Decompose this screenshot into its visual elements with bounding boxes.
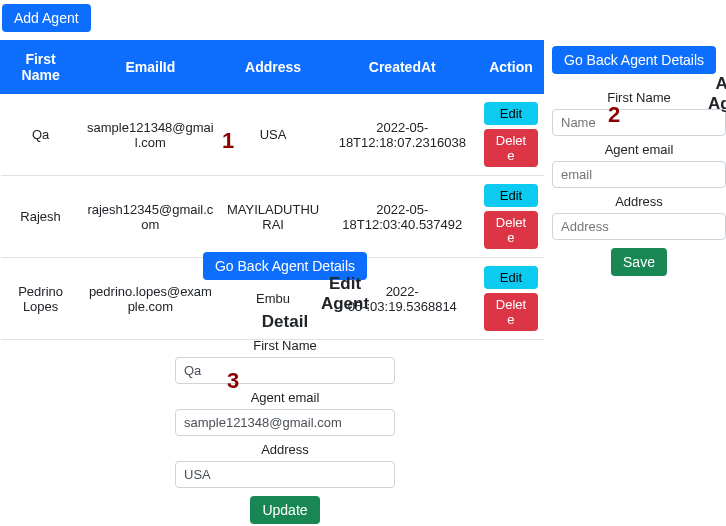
cell-action: EditDelete [478,176,543,258]
cell-created_at: 2022-05-18T12:18:07.2316038 [326,94,478,176]
edit-agent-panel: Go Back Agent Details Edit Agent Detail … [175,252,395,524]
add-address-label: Address [552,194,726,209]
cell-first_name: Qa [1,94,81,176]
update-button[interactable]: Update [250,496,319,524]
col-created-at: CreatedAt [326,41,478,94]
add-first-name-input[interactable] [552,109,726,136]
col-first-name: First Name [1,41,81,94]
edit-address-label: Address [175,442,395,457]
delete-button[interactable]: Delete [484,129,537,167]
delete-button[interactable]: Delete [484,293,537,331]
edit-email-label: Agent email [175,390,395,405]
delete-button[interactable]: Delete [484,211,537,249]
add-first-name-label: First Name [552,90,726,105]
edit-agent-title-a: Detail [175,312,395,332]
edit-address-input[interactable] [175,461,395,488]
cell-action: EditDelete [478,258,543,340]
edit-button[interactable]: Edit [484,184,537,207]
add-agent-title: Add Agent [702,74,726,114]
edit-agent-title-b: Edit Agent [305,274,385,314]
go-back-button-add[interactable]: Go Back Agent Details [552,46,716,74]
col-address: Address [220,41,326,94]
cell-email: rajesh12345@gmail.com [81,176,220,258]
table-row: Rajeshrajesh12345@gmail.comMAYILADUTHURA… [1,176,544,258]
edit-first-name-input[interactable] [175,357,395,384]
cell-action: EditDelete [478,94,543,176]
cell-email: sample121348@gmail.com [81,94,220,176]
edit-button[interactable]: Edit [484,102,537,125]
col-action: Action [478,41,543,94]
cell-first_name: Pedrino Lopes [1,258,81,340]
edit-email-input[interactable] [175,409,395,436]
add-email-input[interactable] [552,161,726,188]
edit-first-name-label: First Name [175,338,395,353]
cell-address: USA [220,94,326,176]
add-address-input[interactable] [552,213,726,240]
col-email: EmailId [81,41,220,94]
edit-button[interactable]: Edit [484,266,537,289]
save-button[interactable]: Save [611,248,667,276]
cell-first_name: Rajesh [1,176,81,258]
add-agent-button[interactable]: Add Agent [2,4,91,32]
add-agent-panel: Go Back Agent Details Add Agent First Na… [544,40,726,276]
table-row: Qasample121348@gmail.comUSA2022-05-18T12… [1,94,544,176]
add-email-label: Agent email [552,142,726,157]
cell-address: MAYILADUTHURAI [220,176,326,258]
cell-created_at: 2022-05-18T12:03:40.537492 [326,176,478,258]
